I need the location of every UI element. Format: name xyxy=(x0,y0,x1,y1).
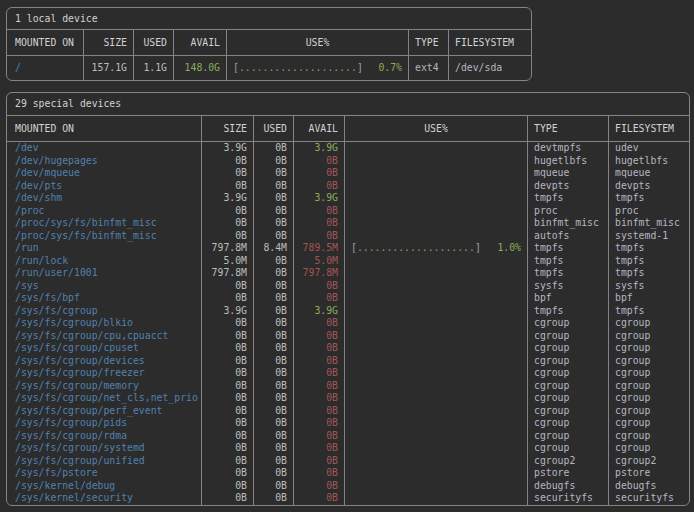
table-row: /sys/fs/cgroup/blkio0B0B0Bcgroupcgroup xyxy=(7,317,689,330)
cell-used: 0B xyxy=(253,480,293,493)
cell-use-percent xyxy=(344,167,527,180)
cell-filesystem: mqueue xyxy=(608,167,689,180)
cell-mounted-on: /dev/shm xyxy=(7,192,201,205)
cell-use-percent xyxy=(344,480,527,493)
table-row: /sys0B0B0Bsysfssysfs xyxy=(7,280,689,293)
cell-use-percent xyxy=(344,455,527,468)
cell-type: cgroup xyxy=(527,330,608,343)
cell-avail: 0B xyxy=(293,205,344,218)
cell-used: 0B xyxy=(253,180,293,193)
cell-mounted-on: /sys/kernel/security xyxy=(7,492,201,505)
cell-used: 0B xyxy=(253,467,293,480)
cell-used: 0B xyxy=(253,417,293,430)
cell-used: 0B xyxy=(253,492,293,505)
cell-size: 0B xyxy=(201,392,253,405)
cell-used: 0B xyxy=(253,255,293,268)
cell-size: 0B xyxy=(201,205,253,218)
cell-use-percent xyxy=(344,442,527,455)
cell-type: tmpfs xyxy=(527,255,608,268)
cell-used: 0B xyxy=(253,205,293,218)
cell-filesystem: cgroup xyxy=(608,342,689,355)
local-table-title: 1 local device xyxy=(7,8,531,30)
cell-mounted-on: /dev/hugepages xyxy=(7,155,201,168)
cell-mounted-on: /run/lock xyxy=(7,255,201,268)
cell-avail: 0B xyxy=(293,292,344,305)
cell-avail: 0B xyxy=(293,480,344,493)
table-row: /run/lock5.0M0B5.0Mtmpfstmpfs xyxy=(7,255,689,268)
col-header-mounted-on: MOUNTED ON xyxy=(7,116,201,141)
cell-size: 0B xyxy=(201,330,253,343)
cell-use-percent xyxy=(344,305,527,318)
cell-size: 3.9G xyxy=(201,305,253,318)
cell-type: cgroup2 xyxy=(527,455,608,468)
table-row: /dev/pts0B0B0Bdevptsdevpts xyxy=(7,180,689,193)
cell-use-percent xyxy=(344,217,527,230)
cell-avail: 0B xyxy=(293,180,344,193)
cell-filesystem: pstore xyxy=(608,467,689,480)
col-header-size: SIZE xyxy=(201,116,253,141)
col-header-mounted-on: MOUNTED ON xyxy=(7,30,83,55)
cell-use-percent xyxy=(344,192,527,205)
cell-use-percent xyxy=(344,292,527,305)
cell-use-percent: [....................]0.7% xyxy=(226,56,408,80)
col-header-size: SIZE xyxy=(83,30,133,55)
table-row: /dev/shm3.9G0B3.9Gtmpfstmpfs xyxy=(7,192,689,205)
cell-mounted-on: /sys/fs/cgroup/rdma xyxy=(7,430,201,443)
cell-size: 0B xyxy=(201,342,253,355)
cell-used: 0B xyxy=(253,155,293,168)
cell-avail: 0B xyxy=(293,467,344,480)
cell-type: bpf xyxy=(527,292,608,305)
cell-avail: 0B xyxy=(293,342,344,355)
cell-size: 797.8M xyxy=(201,267,253,280)
cell-size: 0B xyxy=(201,380,253,393)
cell-used: 0B xyxy=(253,380,293,393)
cell-filesystem: /dev/sda xyxy=(448,56,531,80)
table-row: /sys/fs/cgroup/net_cls,net_prio0B0B0Bcgr… xyxy=(7,392,689,405)
cell-filesystem: cgroup xyxy=(608,330,689,343)
table-row: /dev3.9G0B3.9Gdevtmpfsudev xyxy=(7,142,689,155)
cell-mounted-on: /run/user/1001 xyxy=(7,267,201,280)
cell-avail: 0B xyxy=(293,367,344,380)
cell-type: devpts xyxy=(527,180,608,193)
cell-use-percent xyxy=(344,380,527,393)
cell-avail: 0B xyxy=(293,405,344,418)
cell-size: 0B xyxy=(201,405,253,418)
cell-avail: 0B xyxy=(293,230,344,243)
cell-filesystem: cgroup2 xyxy=(608,455,689,468)
cell-type: autofs xyxy=(527,230,608,243)
cell-type: cgroup xyxy=(527,417,608,430)
col-header-filesystem: FILESYSTEM xyxy=(608,116,689,141)
cell-type: ext4 xyxy=(408,56,448,80)
cell-use-percent xyxy=(344,342,527,355)
cell-mounted-on: /sys/fs/cgroup/systemd xyxy=(7,442,201,455)
cell-size: 0B xyxy=(201,442,253,455)
cell-type: sysfs xyxy=(527,280,608,293)
cell-filesystem: cgroup xyxy=(608,417,689,430)
cell-use-percent xyxy=(344,230,527,243)
cell-avail: 0B xyxy=(293,442,344,455)
cell-size: 0B xyxy=(201,480,253,493)
cell-mounted-on: /dev/pts xyxy=(7,180,201,193)
cell-size: 5.0M xyxy=(201,255,253,268)
cell-used: 0B xyxy=(253,430,293,443)
cell-avail: 3.9G xyxy=(293,192,344,205)
cell-filesystem: proc xyxy=(608,205,689,218)
cell-avail: 0B xyxy=(293,417,344,430)
cell-use-percent xyxy=(344,280,527,293)
cell-type: mqueue xyxy=(527,167,608,180)
terminal-screen: { "colors": { "background": "#2c2c2c", "… xyxy=(0,0,694,512)
table-row: /sys/fs/cgroup/rdma0B0B0Bcgroupcgroup xyxy=(7,430,689,443)
cell-mounted-on: /run xyxy=(7,242,201,255)
cell-used: 0B xyxy=(253,142,293,155)
col-header-used: USED xyxy=(253,116,293,141)
table-row: /proc/sys/fs/binfmt_misc0B0B0Bbinfmt_mis… xyxy=(7,217,689,230)
cell-filesystem: devpts xyxy=(608,180,689,193)
cell-used: 0B xyxy=(253,192,293,205)
cell-use-percent xyxy=(344,205,527,218)
cell-size: 0B xyxy=(201,217,253,230)
table-row: /sys/fs/cgroup/cpu,cpuacct0B0B0Bcgroupcg… xyxy=(7,330,689,343)
cell-avail: 3.9G xyxy=(293,142,344,155)
cell-filesystem: cgroup xyxy=(608,392,689,405)
cell-type: tmpfs xyxy=(527,192,608,205)
cell-used: 0B xyxy=(253,455,293,468)
